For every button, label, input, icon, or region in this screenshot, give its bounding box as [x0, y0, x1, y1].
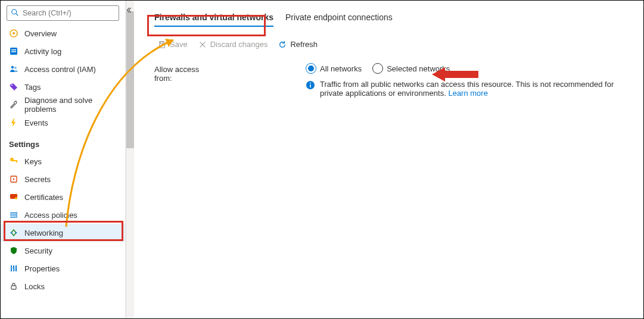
- svg-line-1: [16, 14, 18, 16]
- sidebar-item-access-control[interactable]: Access control (IAM): [1, 60, 125, 78]
- toolbar: Save Discard changes Refresh: [154, 40, 637, 49]
- sidebar-item-certificates[interactable]: Certificates: [1, 188, 125, 206]
- refresh-icon: [278, 40, 287, 49]
- sidebar: Overview Activity log Access control (IA…: [1, 1, 126, 318]
- toolbar-label: Refresh: [290, 40, 318, 49]
- annotation-red-arrow-icon: [432, 65, 480, 83]
- sidebar-item-overview[interactable]: Overview: [1, 24, 125, 42]
- sidebar-item-security[interactable]: Security: [1, 242, 125, 259]
- svg-rect-19: [10, 217, 16, 218]
- svg-rect-26: [11, 267, 13, 268]
- sidebar-item-label: Access control (IAM): [24, 65, 96, 74]
- sidebar-item-label: Overview: [24, 29, 57, 38]
- refresh-button[interactable]: Refresh: [278, 40, 318, 49]
- svg-marker-35: [432, 67, 478, 82]
- tab-firewalls[interactable]: Firewalls and virtual networks: [154, 12, 273, 27]
- svg-rect-33: [310, 85, 311, 87]
- search-input[interactable]: [7, 5, 119, 21]
- svg-point-7: [11, 66, 14, 68]
- sidebar-item-label: Keys: [24, 157, 42, 166]
- svg-point-9: [11, 85, 13, 86]
- scrollbar[interactable]: [126, 1, 134, 318]
- svg-point-34: [310, 83, 311, 84]
- svg-rect-20: [16, 212, 17, 218]
- settings-section-label: Settings: [1, 132, 125, 152]
- sidebar-item-label: Locks: [24, 282, 45, 291]
- sidebar-item-locks[interactable]: Locks: [1, 277, 125, 295]
- toolbar-label: Save: [170, 40, 188, 49]
- search-icon: [11, 8, 19, 17]
- svg-rect-17: [10, 212, 16, 214]
- properties-icon: [9, 264, 18, 273]
- save-button[interactable]: Save: [158, 40, 188, 49]
- sidebar-item-label: Access policies: [24, 211, 77, 220]
- sidebar-item-label: Secrets: [24, 175, 51, 184]
- nav-list-settings: Keys Secrets Certificates Access policie…: [1, 152, 125, 295]
- networking-icon: [9, 228, 18, 237]
- svg-point-22: [15, 232, 17, 234]
- sidebar-item-activity-log[interactable]: Activity log: [1, 42, 125, 60]
- people-icon: [9, 64, 18, 74]
- sidebar-item-tags[interactable]: Tags: [1, 78, 125, 96]
- svg-rect-25: [15, 265, 17, 271]
- svg-point-21: [11, 232, 13, 234]
- access-from-label: Allow access from:: [154, 63, 216, 83]
- learn-more-link[interactable]: Learn more: [448, 89, 487, 98]
- tabs: Firewalls and virtual networks Private e…: [154, 12, 637, 27]
- sidebar-item-label: Security: [24, 246, 52, 255]
- svg-rect-18: [10, 215, 16, 216]
- sidebar-item-events[interactable]: Events: [1, 114, 125, 132]
- toolbar-label: Discard changes: [210, 40, 268, 49]
- sidebar-item-diagnose[interactable]: Diagnose and solve problems: [1, 96, 125, 114]
- access-policies-icon: [9, 210, 18, 220]
- svg-rect-28: [11, 286, 16, 289]
- svg-rect-29: [160, 41, 163, 43]
- svg-point-3: [13, 32, 15, 35]
- tag-icon: [9, 82, 18, 92]
- save-icon: [158, 40, 166, 49]
- radio-icon: [306, 63, 316, 74]
- sidebar-item-properties[interactable]: Properties: [1, 259, 125, 277]
- overview-icon: [9, 29, 18, 38]
- shield-icon: [9, 246, 18, 255]
- radio-label: All networks: [320, 64, 362, 73]
- sidebar-item-secrets[interactable]: Secrets: [1, 170, 125, 188]
- radio-all-networks[interactable]: All networks: [306, 63, 362, 74]
- sidebar-item-label: Properties: [24, 264, 60, 273]
- svg-rect-12: [16, 160, 17, 162]
- nav-list-top: Overview Activity log Access control (IA…: [1, 24, 125, 132]
- sidebar-item-label: Events: [24, 118, 48, 127]
- activity-log-icon: [9, 46, 18, 56]
- svg-point-14: [13, 179, 15, 180]
- scrollbar-thumb[interactable]: [126, 11, 134, 148]
- close-icon: [198, 40, 207, 49]
- svg-rect-24: [13, 265, 14, 271]
- key-icon: [9, 157, 18, 166]
- main-content: Firewalls and virtual networks Private e…: [134, 1, 643, 318]
- sidebar-item-access-policies[interactable]: Access policies: [1, 206, 125, 224]
- svg-rect-6: [11, 51, 16, 52]
- svg-rect-27: [13, 269, 15, 270]
- collapse-sidebar-icon[interactable]: [125, 7, 132, 14]
- svg-point-0: [12, 10, 17, 14]
- lightning-icon: [9, 118, 18, 127]
- sidebar-item-label: Activity log: [24, 47, 61, 56]
- sidebar-item-label: Tags: [24, 83, 41, 92]
- sidebar-item-label: Certificates: [24, 193, 63, 202]
- certificate-icon: [9, 192, 18, 202]
- info-icon: [306, 80, 315, 90]
- sidebar-item-label: Networking: [24, 229, 63, 237]
- sidebar-item-label: Diagnose and solve problems: [24, 96, 117, 114]
- sidebar-item-keys[interactable]: Keys: [1, 152, 125, 170]
- radio-icon: [372, 63, 383, 74]
- tab-private-endpoint[interactable]: Private endpoint connections: [285, 12, 393, 26]
- lock-icon: [9, 282, 18, 291]
- secrets-icon: [9, 174, 18, 184]
- wrench-icon: [9, 100, 18, 110]
- svg-point-16: [15, 197, 17, 199]
- discard-button[interactable]: Discard changes: [198, 40, 268, 49]
- svg-rect-5: [11, 49, 16, 51]
- svg-point-8: [14, 67, 17, 69]
- sidebar-item-networking[interactable]: Networking: [1, 224, 125, 242]
